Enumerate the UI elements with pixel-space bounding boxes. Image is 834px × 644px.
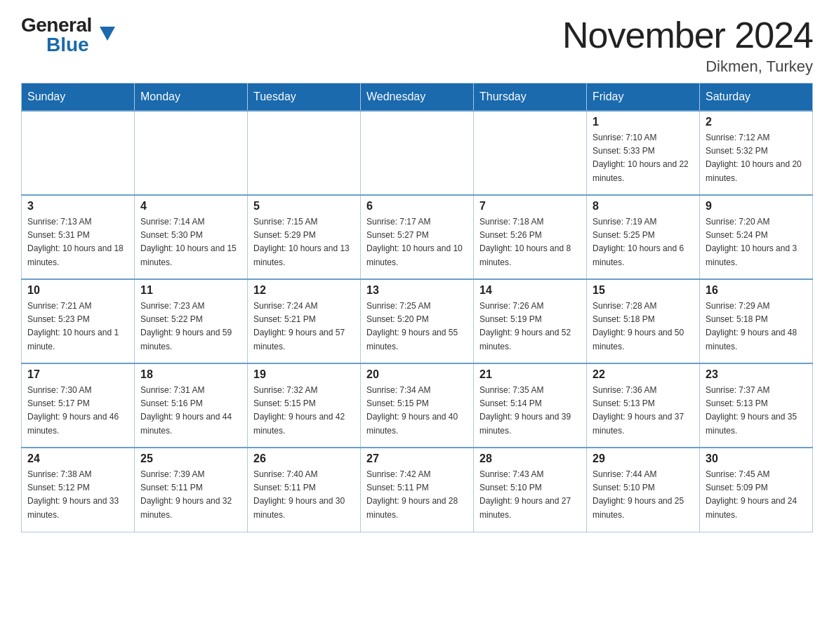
week-row-5: 24 Sunrise: 7:38 AMSunset: 5:12 PMDaylig…: [22, 448, 813, 532]
week-row-3: 10 Sunrise: 7:21 AMSunset: 5:23 PMDaylig…: [22, 279, 813, 363]
logo-arrow-icon: [100, 27, 115, 41]
col-saturday: Saturday: [700, 83, 813, 112]
day-number: 6: [366, 200, 468, 213]
day-cell: 27 Sunrise: 7:42 AMSunset: 5:11 PMDaylig…: [361, 448, 474, 532]
day-cell: 17 Sunrise: 7:30 AMSunset: 5:17 PMDaylig…: [22, 363, 135, 448]
day-number: 24: [27, 452, 128, 465]
calendar-header-row: Sunday Monday Tuesday Wednesday Thursday…: [22, 83, 813, 112]
day-number: 5: [253, 200, 355, 213]
day-info: Sunrise: 7:23 AMSunset: 5:22 PMDaylight:…: [140, 300, 241, 354]
day-info: Sunrise: 7:18 AMSunset: 5:26 PMDaylight:…: [479, 215, 581, 269]
col-friday: Friday: [587, 83, 700, 112]
day-info: Sunrise: 7:40 AMSunset: 5:11 PMDaylight:…: [253, 468, 355, 522]
col-thursday: Thursday: [474, 83, 587, 112]
day-info: Sunrise: 7:28 AMSunset: 5:18 PMDaylight:…: [593, 300, 694, 354]
day-info: Sunrise: 7:17 AMSunset: 5:27 PMDaylight:…: [366, 215, 468, 269]
logo: General Blue: [21, 14, 100, 56]
day-info: Sunrise: 7:38 AMSunset: 5:12 PMDaylight:…: [27, 468, 128, 522]
day-info: Sunrise: 7:45 AMSunset: 5:09 PMDaylight:…: [706, 468, 807, 522]
day-number: 9: [706, 200, 807, 213]
day-info: Sunrise: 7:39 AMSunset: 5:11 PMDaylight:…: [140, 468, 241, 522]
col-tuesday: Tuesday: [248, 83, 361, 112]
day-info: Sunrise: 7:29 AMSunset: 5:18 PMDaylight:…: [706, 300, 807, 354]
day-number: 2: [706, 116, 807, 128]
day-info: Sunrise: 7:42 AMSunset: 5:11 PMDaylight:…: [366, 468, 468, 522]
day-info: Sunrise: 7:14 AMSunset: 5:30 PMDaylight:…: [140, 215, 241, 269]
day-cell: 10 Sunrise: 7:21 AMSunset: 5:23 PMDaylig…: [22, 279, 135, 363]
day-cell: [22, 111, 135, 195]
location: Dikmen, Turkey: [562, 58, 813, 76]
day-cell: 28 Sunrise: 7:43 AMSunset: 5:10 PMDaylig…: [474, 448, 587, 532]
day-cell: 11 Sunrise: 7:23 AMSunset: 5:22 PMDaylig…: [135, 279, 248, 363]
day-cell: 9 Sunrise: 7:20 AMSunset: 5:24 PMDayligh…: [700, 195, 813, 279]
day-cell: 24 Sunrise: 7:38 AMSunset: 5:12 PMDaylig…: [22, 448, 135, 532]
col-wednesday: Wednesday: [361, 83, 474, 112]
day-cell: 26 Sunrise: 7:40 AMSunset: 5:11 PMDaylig…: [248, 448, 361, 532]
day-cell: 13 Sunrise: 7:25 AMSunset: 5:20 PMDaylig…: [361, 279, 474, 363]
week-row-2: 3 Sunrise: 7:13 AMSunset: 5:31 PMDayligh…: [22, 195, 813, 279]
day-number: 8: [593, 200, 694, 213]
col-monday: Monday: [135, 83, 248, 112]
page-header: General Blue November 2024 Dikmen, Turke…: [21, 14, 813, 76]
day-number: 26: [253, 452, 355, 465]
day-cell: 5 Sunrise: 7:15 AMSunset: 5:29 PMDayligh…: [248, 195, 361, 279]
day-number: 29: [593, 452, 694, 465]
day-info: Sunrise: 7:21 AMSunset: 5:23 PMDaylight:…: [27, 300, 128, 354]
title-area: November 2024 Dikmen, Turkey: [562, 14, 813, 76]
col-sunday: Sunday: [22, 83, 135, 112]
day-info: Sunrise: 7:12 AMSunset: 5:32 PMDaylight:…: [706, 131, 807, 185]
day-info: Sunrise: 7:15 AMSunset: 5:29 PMDaylight:…: [253, 215, 355, 269]
calendar-table: Sunday Monday Tuesday Wednesday Thursday…: [21, 83, 813, 532]
day-number: 13: [366, 284, 468, 297]
day-cell: [135, 111, 248, 195]
day-info: Sunrise: 7:19 AMSunset: 5:25 PMDaylight:…: [593, 215, 694, 269]
day-cell: 1 Sunrise: 7:10 AMSunset: 5:33 PMDayligh…: [587, 111, 700, 195]
day-number: 19: [253, 368, 355, 381]
day-cell: 18 Sunrise: 7:31 AMSunset: 5:16 PMDaylig…: [135, 363, 248, 448]
day-info: Sunrise: 7:13 AMSunset: 5:31 PMDaylight:…: [27, 215, 128, 269]
day-number: 27: [366, 452, 468, 465]
day-cell: 8 Sunrise: 7:19 AMSunset: 5:25 PMDayligh…: [587, 195, 700, 279]
day-cell: 23 Sunrise: 7:37 AMSunset: 5:13 PMDaylig…: [700, 363, 813, 448]
day-number: 16: [706, 284, 807, 297]
day-cell: 16 Sunrise: 7:29 AMSunset: 5:18 PMDaylig…: [700, 279, 813, 363]
day-number: 7: [479, 200, 581, 213]
day-cell: 21 Sunrise: 7:35 AMSunset: 5:14 PMDaylig…: [474, 363, 587, 448]
day-info: Sunrise: 7:25 AMSunset: 5:20 PMDaylight:…: [366, 300, 468, 354]
day-info: Sunrise: 7:30 AMSunset: 5:17 PMDaylight:…: [27, 384, 128, 438]
day-cell: 12 Sunrise: 7:24 AMSunset: 5:21 PMDaylig…: [248, 279, 361, 363]
day-number: 22: [593, 368, 694, 381]
day-info: Sunrise: 7:32 AMSunset: 5:15 PMDaylight:…: [253, 384, 355, 438]
day-number: 18: [140, 368, 241, 381]
day-cell: 25 Sunrise: 7:39 AMSunset: 5:11 PMDaylig…: [135, 448, 248, 532]
logo-blue-text: Blue: [46, 34, 89, 56]
day-info: Sunrise: 7:36 AMSunset: 5:13 PMDaylight:…: [593, 384, 694, 438]
day-cell: 20 Sunrise: 7:34 AMSunset: 5:15 PMDaylig…: [361, 363, 474, 448]
day-cell: 3 Sunrise: 7:13 AMSunset: 5:31 PMDayligh…: [22, 195, 135, 279]
day-cell: 19 Sunrise: 7:32 AMSunset: 5:15 PMDaylig…: [248, 363, 361, 448]
day-number: 3: [27, 200, 128, 213]
day-number: 21: [479, 368, 581, 381]
day-info: Sunrise: 7:44 AMSunset: 5:10 PMDaylight:…: [593, 468, 694, 522]
day-info: Sunrise: 7:20 AMSunset: 5:24 PMDaylight:…: [706, 215, 807, 269]
week-row-4: 17 Sunrise: 7:30 AMSunset: 5:17 PMDaylig…: [22, 363, 813, 448]
day-number: 14: [479, 284, 581, 297]
day-info: Sunrise: 7:35 AMSunset: 5:14 PMDaylight:…: [479, 384, 581, 438]
day-number: 28: [479, 452, 581, 465]
day-number: 1: [593, 116, 694, 128]
day-cell: 15 Sunrise: 7:28 AMSunset: 5:18 PMDaylig…: [587, 279, 700, 363]
day-number: 11: [140, 284, 241, 297]
day-info: Sunrise: 7:24 AMSunset: 5:21 PMDaylight:…: [253, 300, 355, 354]
day-number: 23: [706, 368, 807, 381]
day-cell: 22 Sunrise: 7:36 AMSunset: 5:13 PMDaylig…: [587, 363, 700, 448]
day-cell: 29 Sunrise: 7:44 AMSunset: 5:10 PMDaylig…: [587, 448, 700, 532]
day-number: 20: [366, 368, 468, 381]
day-cell: [248, 111, 361, 195]
day-number: 17: [27, 368, 128, 381]
day-info: Sunrise: 7:37 AMSunset: 5:13 PMDaylight:…: [706, 384, 807, 438]
day-number: 25: [140, 452, 241, 465]
day-cell: 30 Sunrise: 7:45 AMSunset: 5:09 PMDaylig…: [700, 448, 813, 532]
day-info: Sunrise: 7:31 AMSunset: 5:16 PMDaylight:…: [140, 384, 241, 438]
day-info: Sunrise: 7:34 AMSunset: 5:15 PMDaylight:…: [366, 384, 468, 438]
day-cell: 6 Sunrise: 7:17 AMSunset: 5:27 PMDayligh…: [361, 195, 474, 279]
